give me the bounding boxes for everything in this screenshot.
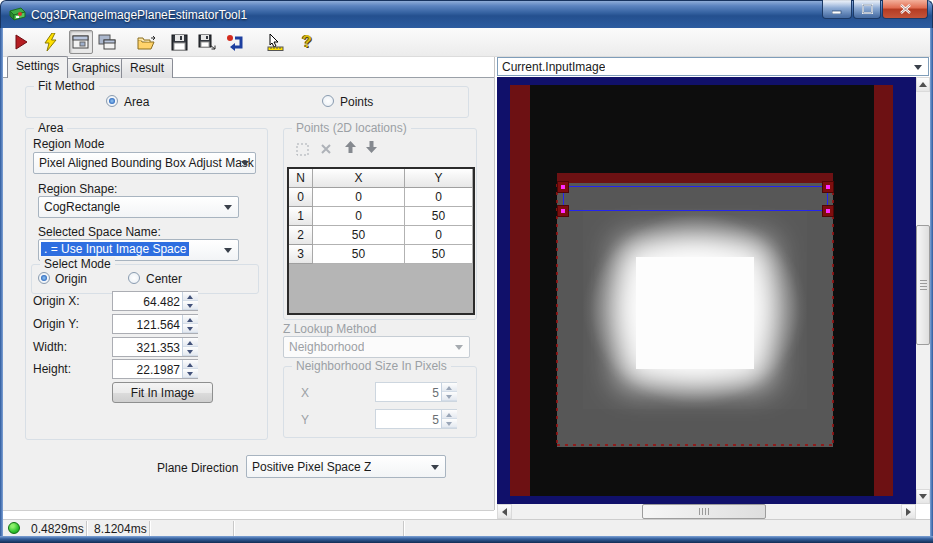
- save-button[interactable]: [167, 30, 191, 54]
- float-window-icon: [98, 34, 116, 51]
- scroll-down-button[interactable]: [916, 489, 930, 504]
- open-file-icon: [137, 34, 157, 51]
- fit-method-area-label: Area: [124, 95, 149, 109]
- range-pyramid-plateau: [636, 257, 754, 369]
- tab-settings[interactable]: Settings: [7, 56, 68, 78]
- scroll-right-button[interactable]: [901, 504, 916, 519]
- fit-method-points-radio[interactable]: [322, 95, 334, 107]
- region-handle-bottom-right[interactable]: [822, 205, 834, 217]
- neighborhood-caption: Neighborhood Size In Pixels: [292, 359, 451, 373]
- select-mode-center-radio[interactable]: [128, 272, 140, 284]
- spin-up-icon[interactable]: [183, 292, 198, 301]
- select-mode-center-label: Center: [146, 272, 182, 286]
- arrow-up-icon: [919, 82, 927, 87]
- plane-direction-label: Plane Direction: [157, 461, 238, 475]
- execution-time: 0.4829ms: [31, 522, 84, 536]
- table-row: 0 0 0: [289, 188, 473, 207]
- add-point-icon: [294, 141, 310, 157]
- region-shape-select[interactable]: CogRectangle: [38, 196, 239, 218]
- open-file-button[interactable]: [135, 30, 159, 54]
- run-button[interactable]: [9, 30, 33, 54]
- status-separator: [149, 521, 150, 536]
- select-mode-origin-label: Origin: [55, 272, 87, 286]
- main-toolbar: ?: [3, 28, 930, 57]
- fit-method-caption: Fit Method: [34, 79, 99, 93]
- arrow-down-icon: [919, 494, 927, 499]
- points-table-header: N X Y: [289, 169, 473, 188]
- save-as-icon: [198, 34, 217, 51]
- height-label: Height:: [33, 362, 71, 376]
- range-image-object: [557, 173, 833, 447]
- position-ruler-button[interactable]: [263, 30, 287, 54]
- chevron-down-icon: [224, 248, 232, 253]
- table-row: 3 50 50: [289, 245, 473, 264]
- select-mode-origin-radio[interactable]: [38, 272, 50, 284]
- region-handle-top-right[interactable]: [822, 181, 834, 193]
- spin-down-icon[interactable]: [183, 347, 198, 356]
- float-window-button[interactable]: [95, 30, 119, 54]
- width-field[interactable]: 321.353: [112, 337, 198, 357]
- display-selector[interactable]: Current.InputImage: [497, 57, 929, 76]
- spin-up-icon[interactable]: [183, 360, 198, 369]
- chevron-down-icon: [431, 465, 439, 470]
- tab-result[interactable]: Result: [121, 58, 173, 78]
- save-icon: [171, 34, 188, 51]
- fit-method-group: Fit Method: [25, 86, 469, 118]
- origin-y-field[interactable]: 121.564: [112, 314, 198, 334]
- origin-y-label: Origin Y:: [33, 317, 79, 331]
- spin-up-icon[interactable]: [183, 338, 198, 347]
- scroll-up-button[interactable]: [916, 77, 930, 92]
- help-button[interactable]: ?: [295, 30, 319, 54]
- maximize-button[interactable]: [853, 0, 881, 19]
- table-row: 2 50 0: [289, 226, 473, 245]
- origin-x-spinner[interactable]: [182, 292, 197, 310]
- select-mode-caption: Select Mode: [40, 257, 115, 271]
- grip-icon: [920, 280, 927, 290]
- points-table: N X Y 0 0 0 1 0 50 2 50 0 3 50 50: [287, 167, 475, 315]
- region-rectangle[interactable]: [563, 186, 828, 211]
- save-as-button[interactable]: [195, 30, 219, 54]
- minimize-button[interactable]: [822, 0, 852, 19]
- area-caption: Area: [34, 121, 67, 135]
- region-shape-label: Region Shape:: [38, 182, 117, 196]
- close-button[interactable]: [882, 0, 928, 19]
- origin-x-field[interactable]: 64.482: [112, 291, 198, 311]
- scroll-left-button[interactable]: [497, 504, 512, 519]
- window-title: Cog3DRangeImagePlaneEstimatorTool1: [31, 8, 247, 22]
- spin-down-icon[interactable]: [183, 301, 198, 310]
- plane-direction-select[interactable]: Positive Pixel Space Z: [246, 455, 446, 478]
- spin-up-icon[interactable]: [183, 315, 198, 324]
- horizontal-scrollbar-thumb[interactable]: [642, 504, 766, 519]
- mask-dash-bottom: [557, 444, 833, 446]
- spin-up-icon: [442, 410, 457, 419]
- width-spinner[interactable]: [182, 338, 197, 356]
- fit-in-image-button[interactable]: Fit In Image: [112, 382, 213, 403]
- region-handle-top-left[interactable]: [557, 181, 569, 193]
- live-run-button[interactable]: [39, 30, 63, 54]
- title-bar: Cog3DRangeImagePlaneEstimatorTool1: [0, 0, 933, 28]
- fit-method-area-radio[interactable]: [106, 95, 118, 107]
- origin-y-spinner[interactable]: [182, 315, 197, 333]
- status-separator: [233, 521, 234, 536]
- spin-down-icon[interactable]: [183, 324, 198, 333]
- tab-graphics[interactable]: Graphics: [63, 58, 129, 78]
- status-ok-icon: [8, 522, 20, 534]
- reset-button[interactable]: [223, 30, 247, 54]
- region-handle-bottom-left[interactable]: [557, 205, 569, 217]
- show-result-window-button[interactable]: [69, 30, 93, 54]
- spin-up-icon: [442, 383, 457, 392]
- points-caption: Points (2D locations): [292, 121, 411, 135]
- app-icon: [9, 6, 26, 23]
- region-mode-select[interactable]: Pixel Aligned Bounding Box Adjust Mask: [33, 152, 256, 174]
- height-spinner[interactable]: [182, 360, 197, 378]
- spin-down-icon[interactable]: [183, 369, 198, 378]
- height-field[interactable]: 22.1987: [112, 359, 198, 379]
- run-icon: [12, 33, 30, 51]
- neighborhood-x-label: X: [301, 386, 309, 400]
- chevron-down-icon: [455, 345, 463, 350]
- vertical-scrollbar-thumb[interactable]: [916, 225, 930, 345]
- status-separator: [86, 521, 87, 536]
- window-border-bottom: [0, 536, 933, 543]
- chevron-down-icon: [241, 161, 249, 166]
- z-lookup-label: Z Lookup Method: [283, 322, 376, 336]
